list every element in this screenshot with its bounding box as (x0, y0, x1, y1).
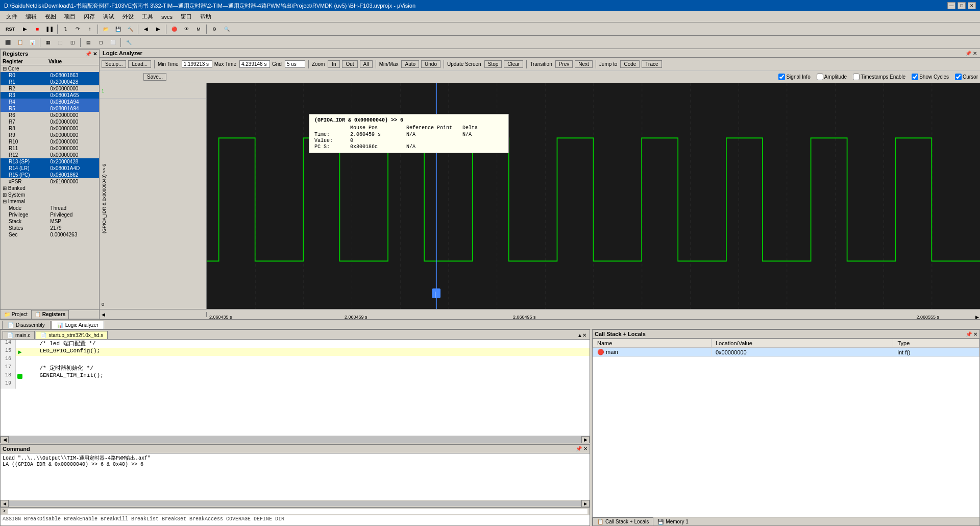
table-row[interactable]: R50x08001A94 (1, 105, 99, 112)
menu-debug[interactable]: 调试 (99, 12, 118, 21)
tb-misc2[interactable]: 🔍 (221, 24, 232, 34)
scroll-right[interactable]: ▶ (975, 315, 979, 320)
tb-stepout[interactable]: ↑ (84, 24, 95, 34)
tab-registers[interactable]: 📋 Registers (31, 310, 69, 319)
signal-info-checkbox[interactable] (778, 74, 785, 80)
tb2-10[interactable]: 🔧 (123, 37, 134, 47)
scroll-left[interactable]: ◀ (102, 312, 105, 317)
la-zoom-all[interactable]: All (360, 60, 373, 68)
tab-callstack-locals[interactable]: 📋 Call Stack + Locals (593, 517, 653, 525)
la-zoom-in[interactable]: In (328, 60, 340, 68)
menu-help[interactable]: 帮助 (196, 12, 215, 21)
timestamps-checkbox[interactable] (853, 74, 860, 80)
la-zoom-out[interactable]: Out (342, 60, 357, 68)
command-hscroll[interactable]: ◀ ▶ (1, 500, 590, 507)
cursor-checkbox[interactable] (955, 74, 962, 80)
code-tab-main[interactable]: 📄 main.c (3, 331, 35, 339)
tab-disassembly[interactable]: 📄 Disassembly (2, 321, 51, 329)
cmd-scroll-track[interactable] (9, 501, 581, 506)
hscroll-right[interactable]: ▶ (581, 436, 590, 443)
la-waveform-area[interactable]: | (GPIOA_IDR & 0x00000040) >> 6 Mouse Po… (207, 83, 980, 309)
tb-open[interactable]: 📂 (100, 24, 111, 34)
tb2-1[interactable]: ⬛ (2, 37, 13, 47)
menu-view[interactable]: 视图 (41, 12, 60, 21)
tb2-9[interactable]: ⬜ (107, 37, 118, 47)
la-load-btn[interactable]: Load... (128, 60, 151, 68)
show-cycles-checkbox[interactable] (912, 74, 918, 80)
table-row[interactable]: R14 (LR)0x08001A4D (1, 165, 99, 172)
callstack-pin-close[interactable]: 📌 ✕ (966, 331, 977, 337)
tb2-4[interactable]: ▦ (42, 37, 54, 47)
cmd-scroll-right[interactable]: ▶ (581, 500, 590, 507)
la-undo-btn[interactable]: Undo (421, 60, 440, 68)
minimize-button[interactable]: — (947, 2, 955, 9)
menu-flash[interactable]: 闪存 (80, 12, 99, 21)
code-hscroll[interactable]: ◀ ▶ (1, 436, 590, 443)
menu-window[interactable]: 窗口 (177, 12, 196, 21)
amplitude-checkbox[interactable] (817, 74, 823, 80)
la-auto-btn[interactable]: Auto (401, 60, 419, 68)
la-clear-btn[interactable]: Clear (504, 60, 523, 68)
menu-edit[interactable]: 编辑 (21, 12, 41, 21)
la-setup-btn[interactable]: Setup... (102, 60, 126, 68)
tb-run[interactable]: ▶ (19, 24, 31, 34)
la-trace-btn[interactable]: Trace (642, 60, 662, 68)
tb2-7[interactable]: ▤ (83, 37, 94, 47)
tb-save[interactable]: 💾 (112, 24, 124, 34)
menu-svcs[interactable]: svcs (157, 13, 177, 21)
hscroll-left[interactable]: ◀ (1, 436, 9, 443)
table-row[interactable]: R40x08001A94 (1, 99, 99, 105)
hscroll-track[interactable] (9, 436, 581, 443)
tb-breakpoint[interactable]: 🔴 (168, 24, 180, 34)
table-row[interactable]: R00x08001863 (1, 72, 99, 79)
menu-file[interactable]: 文件 (2, 12, 21, 21)
table-row[interactable]: R90x00000000 (1, 132, 99, 138)
tb-forward[interactable]: ▶ (153, 24, 164, 34)
tb2-5[interactable]: ⬚ (55, 37, 66, 47)
table-row[interactable]: R13 (SP)0x20000428 (1, 158, 99, 165)
table-row[interactable]: R70x00000000 (1, 118, 99, 125)
tb-back[interactable]: ◀ (140, 24, 152, 34)
menu-project[interactable]: 项目 (60, 12, 80, 21)
tb2-6[interactable]: ◫ (67, 37, 78, 47)
table-row[interactable]: R10x20000428 (1, 79, 99, 85)
timestamps-checkbox-label[interactable]: Timestamps Enable (853, 74, 905, 80)
maximize-button[interactable]: □ (958, 2, 966, 9)
table-row[interactable]: xPSR0x61000000 (1, 178, 99, 185)
tb-stop[interactable]: ■ (32, 24, 43, 34)
tab-logic-analyzer[interactable]: 📊 Logic Analyzer (52, 321, 104, 329)
tab-memory1[interactable]: 💾 Memory 1 (653, 517, 692, 525)
signal-info-checkbox-label[interactable]: Signal Info (778, 74, 810, 80)
tb2-3[interactable]: 📊 (27, 37, 38, 47)
la-next-btn[interactable]: Next (575, 60, 593, 68)
menu-tools[interactable]: 工具 (138, 12, 157, 21)
amplitude-checkbox-label[interactable]: Amplitude (817, 74, 847, 80)
la-prev-btn[interactable]: Prev (555, 60, 573, 68)
table-row[interactable]: R30x08001A65 (1, 92, 99, 99)
la-code-btn[interactable]: Code (620, 60, 640, 68)
tb-misc1[interactable]: ⚙ (209, 24, 220, 34)
close-button[interactable]: ✕ (968, 2, 976, 9)
tb-watch[interactable]: 👁 (181, 24, 192, 34)
table-row[interactable]: R120x00000000 (1, 152, 99, 158)
table-row[interactable]: R100x00000000 (1, 138, 99, 145)
tb-stepover[interactable]: ↷ (72, 24, 83, 34)
tb-mem[interactable]: M (193, 24, 204, 34)
table-row[interactable]: R110x00000000 (1, 145, 99, 152)
table-row[interactable]: R15 (PC)0x08001862 (1, 172, 99, 178)
menu-peripheral[interactable]: 外设 (118, 12, 138, 21)
cmd-scroll-left[interactable]: ◀ (1, 500, 9, 507)
command-input[interactable] (8, 509, 587, 514)
registers-pin[interactable]: 📌 ✕ (85, 51, 97, 57)
table-row[interactable]: 🔴 main 0x00000000 int f() (593, 348, 979, 357)
tab-project[interactable]: 📁 Project (1, 310, 31, 319)
tb-pause[interactable]: ❚❚ (44, 24, 55, 34)
tb2-2[interactable]: 📋 (14, 37, 26, 47)
tb-stepinto[interactable]: ⤵ (60, 24, 71, 34)
table-row[interactable]: R60x00000000 (1, 112, 99, 118)
la-pin-close[interactable]: 📌 ✕ (965, 51, 977, 56)
table-row[interactable]: R80x00000000 (1, 125, 99, 132)
show-cycles-checkbox-label[interactable]: Show Cycles (912, 74, 949, 80)
tb2-8[interactable]: ◻ (95, 37, 106, 47)
cursor-checkbox-label[interactable]: Cursor (955, 74, 978, 80)
